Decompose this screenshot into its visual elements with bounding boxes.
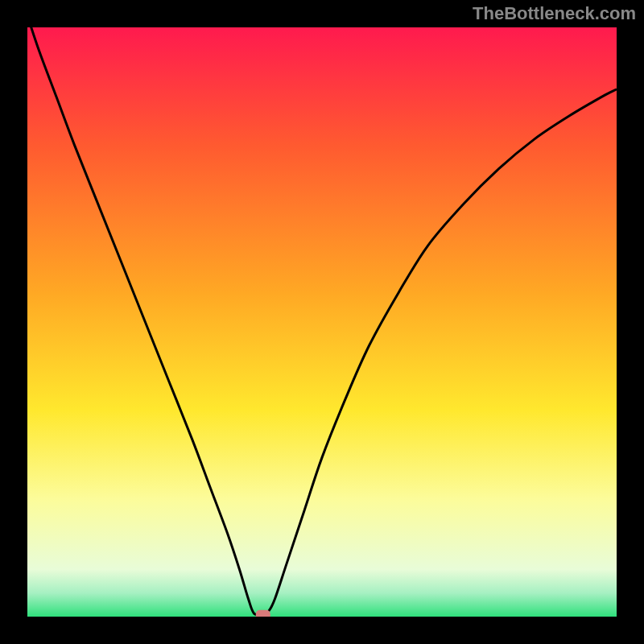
gradient-background [27, 27, 617, 617]
bottleneck-chart [0, 0, 644, 644]
watermark-text: TheBottleneck.com [473, 3, 636, 24]
chart-container: TheBottleneck.com [0, 0, 644, 644]
